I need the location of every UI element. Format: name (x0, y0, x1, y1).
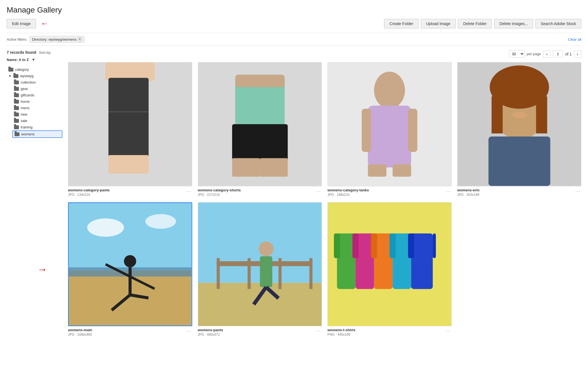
delete-folder-button[interactable]: Delete Folder (458, 19, 492, 28)
image-name-womens-category-tanks: womens-category-tanks (327, 188, 369, 192)
folder-item-mens[interactable]: mens (12, 105, 62, 111)
folder-label-gear: gear (21, 87, 28, 91)
image-meta-womens-category-pants: JPG · 134x210 (68, 193, 110, 197)
svg-rect-2 (108, 78, 130, 158)
svg-rect-13 (235, 75, 285, 87)
dots-menu-womens-category-pants[interactable]: ⋯ (185, 188, 192, 194)
folder-label-wysiwyg: wysiwyg (20, 74, 33, 78)
folder-item-giftcards[interactable]: giftcards (12, 92, 62, 98)
svg-rect-61 (390, 233, 396, 258)
svg-rect-3 (127, 78, 149, 158)
svg-rect-25 (536, 96, 547, 133)
folder-label-home: home (21, 99, 30, 104)
per-page-select[interactable]: 32 64 128 (509, 50, 524, 58)
red-arrow-main: → (37, 264, 47, 275)
image-label-womens-category-tanks: womens-category-tanks JPG · 188x210 ⋯ (327, 188, 452, 197)
folder-label-collection: collection (21, 80, 36, 84)
folder-item-wysiwyg[interactable]: ▼ wysiwyg (7, 73, 62, 79)
page-title: Manage Gallery (7, 6, 581, 14)
gallery-item-womens-category-pants: womens-category-pants JPG · 134x210 ⋯ (68, 62, 192, 197)
folder-label-training: training (21, 125, 33, 129)
search-adobe-stock-button[interactable]: Search Adobe Stock (535, 19, 581, 28)
sort-dropdown-icon[interactable]: ▼ (31, 57, 35, 62)
gallery-item-womens-t-shirts: womens-t-shirts PNG · 440x199 ⋯ (327, 202, 452, 337)
folder-item-womens[interactable]: womens (12, 130, 62, 138)
pagination-bar: 32 64 128 per page ‹ of 1 › (68, 50, 581, 58)
folder-item-training[interactable]: training (12, 124, 62, 130)
dots-menu-womens-main[interactable]: ⋯ (185, 328, 192, 334)
folder-item-category[interactable]: category (7, 66, 62, 73)
folder-item-home[interactable]: home (12, 98, 62, 105)
remove-filter-button[interactable]: ✕ (77, 37, 82, 42)
chevron-wysiwyg: ▼ (8, 74, 12, 78)
active-filters-bar: Active filters: Directory: wysiwyg/women… (7, 33, 581, 46)
gallery-item-womens-main: → (68, 202, 192, 337)
folder-item-collection[interactable]: collection (12, 79, 62, 86)
folder-item-gear[interactable]: gear (12, 86, 62, 92)
svg-rect-47 (260, 256, 272, 287)
dots-menu-womens-t-shirts[interactable]: ⋯ (444, 328, 452, 334)
image-name-womens-main: womens-main (68, 328, 92, 332)
image-name-womens-t-shirts: womens-t-shirts (327, 328, 355, 332)
delete-images-button[interactable]: Delete Images... (494, 19, 533, 28)
folder-icon-sale (14, 119, 19, 123)
image-thumbnail-womens-erin[interactable] (457, 62, 582, 186)
svg-rect-24 (491, 96, 502, 133)
folder-icon-category (8, 68, 13, 72)
image-meta-womens-category-tanks: JPG · 188x210 (327, 193, 369, 197)
folder-tree: category ▼ wysiwyg collection (7, 66, 62, 138)
image-label-womens-category-shorts: womens-category-shorts JPG · 227x210 ⋯ (198, 188, 322, 197)
womens-main-arrow-indicator: → (37, 264, 47, 275)
prev-page-button[interactable]: ‹ (543, 50, 551, 58)
folder-icon-new (14, 113, 19, 116)
folder-icon-mens (14, 106, 19, 110)
svg-point-27 (512, 112, 527, 118)
image-meta-womens-pants: JPG · 580x372 (198, 333, 223, 337)
folder-label-new: new (21, 112, 27, 116)
image-meta-womens-erin: JPG · 263x199 (457, 193, 480, 197)
svg-rect-65 (433, 233, 436, 258)
gallery-grid: womens-category-pants JPG · 134x210 ⋯ (68, 62, 581, 337)
svg-rect-12 (260, 158, 288, 177)
image-name-womens-category-pants: womens-category-pants (68, 188, 110, 192)
image-thumbnail-womens-t-shirts[interactable] (327, 202, 452, 326)
gallery-item-womens-pants: womens-pants JPG · 580x372 ⋯ (198, 202, 322, 337)
image-label-womens-category-pants: womens-category-pants JPG · 134x210 ⋯ (68, 188, 192, 197)
of-label: of 1 (565, 52, 572, 56)
next-page-button[interactable]: › (574, 50, 581, 58)
dots-menu-womens-pants[interactable]: ⋯ (315, 328, 322, 334)
records-count: 7 records found (7, 50, 36, 55)
upload-image-button[interactable]: Upload Image (421, 19, 456, 28)
image-meta-womens-category-shorts: JPG · 227x210 (198, 193, 241, 197)
records-sort-bar: 7 records found Sort by: Name: A to Z ▼ (7, 50, 68, 62)
dots-menu-womens-category-shorts[interactable]: ⋯ (315, 188, 322, 194)
svg-rect-6 (108, 155, 130, 174)
folder-item-new[interactable]: new (12, 111, 62, 118)
folder-icon-giftcards (14, 93, 19, 97)
image-label-womens-erin: womens-erin JPG · 263x199 ⋯ (457, 188, 582, 197)
active-filters-label: Active filters: (7, 37, 27, 42)
image-label-womens-t-shirts: womens-t-shirts PNG · 440x199 ⋯ (327, 328, 452, 337)
image-thumbnail-womens-category-pants[interactable] (68, 62, 192, 186)
image-thumbnail-womens-main[interactable] (68, 202, 192, 326)
clear-all-link[interactable]: Clear all (568, 37, 581, 42)
image-label-womens-pants: womens-pants JPG · 580x372 ⋯ (198, 328, 322, 337)
svg-rect-26 (488, 136, 550, 186)
image-name-womens-erin: womens-erin (457, 188, 480, 192)
image-thumbnail-womens-pants[interactable] (198, 202, 322, 326)
dots-menu-womens-erin[interactable]: ⋯ (574, 188, 581, 194)
current-page-input[interactable] (553, 50, 563, 57)
dots-menu-womens-category-tanks[interactable]: ⋯ (444, 188, 452, 194)
svg-point-46 (259, 241, 273, 256)
svg-rect-16 (368, 106, 411, 167)
folder-item-sale[interactable]: sale (12, 118, 62, 124)
create-folder-button[interactable]: Create Folder (384, 19, 419, 28)
image-thumbnail-womens-category-tanks[interactable] (327, 62, 452, 186)
svg-rect-11 (232, 158, 260, 177)
svg-rect-40 (198, 283, 322, 326)
edit-image-button[interactable]: Edit Image (7, 19, 36, 28)
folder-label-womens: womens (21, 132, 35, 136)
svg-rect-18 (408, 109, 417, 152)
image-name-womens-pants: womens-pants (198, 328, 223, 332)
image-thumbnail-womens-category-shorts[interactable] (198, 62, 322, 186)
